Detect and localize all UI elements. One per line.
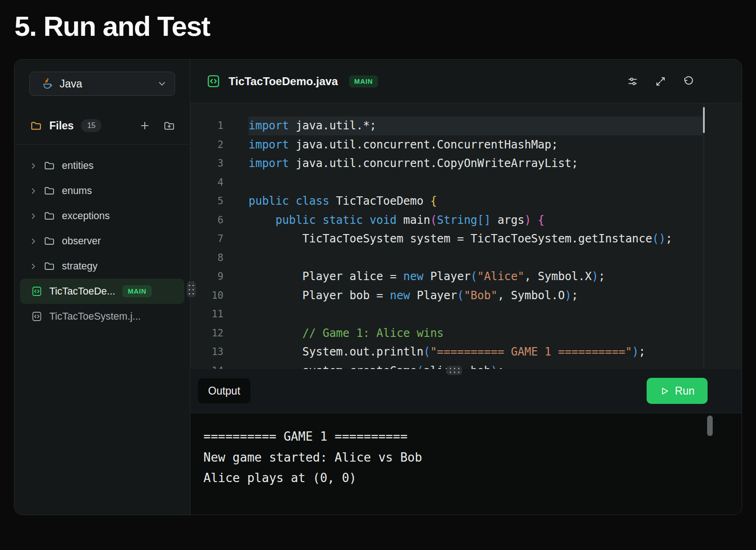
play-icon bbox=[660, 386, 669, 396]
console-line: Alice plays at (0, 0) bbox=[203, 468, 704, 489]
code-line: 11 bbox=[190, 305, 742, 324]
tree-folder-item[interactable]: exceptions bbox=[14, 203, 190, 228]
code-token: Player bbox=[410, 289, 457, 302]
code-token: ) bbox=[565, 289, 571, 302]
code-token: ( bbox=[424, 345, 430, 358]
code-token: system.createGame bbox=[249, 364, 417, 369]
output-console: ========== GAME 1 ==========New game sta… bbox=[190, 413, 742, 515]
code-token: ( bbox=[471, 270, 477, 283]
code-token: , Symbol.O bbox=[498, 289, 565, 302]
chevron-down-icon bbox=[157, 79, 167, 89]
code-text: // Game 1: Alice wins bbox=[249, 324, 702, 343]
code-editor[interactable]: 1 import java.util.*; 2 import java.util… bbox=[190, 103, 742, 369]
code-line: 1 import java.util.*; bbox=[190, 116, 742, 135]
output-tab[interactable]: Output bbox=[198, 378, 250, 403]
tree-item-label: TicTacToeSystem.j... bbox=[49, 311, 141, 322]
code-token: Player alice = bbox=[249, 270, 403, 283]
tree-item-label: TicTacToeDe... bbox=[49, 286, 115, 297]
line-number: 12 bbox=[190, 324, 223, 343]
code-token: [] bbox=[477, 214, 491, 227]
code-text bbox=[249, 173, 702, 192]
language-select-value: Java bbox=[60, 78, 82, 90]
chevron-right-icon bbox=[29, 237, 37, 245]
code-token: import bbox=[249, 138, 289, 151]
console-line: New game started: Alice vs Bob bbox=[203, 447, 704, 468]
code-line: 12 // Game 1: Alice wins bbox=[190, 324, 742, 343]
code-line: 14 system.createGame(alice, bob); bbox=[190, 362, 742, 369]
code-token: "========== GAME 1 ==========" bbox=[430, 345, 632, 358]
console-resize-handle[interactable] bbox=[446, 366, 462, 375]
line-number: 3 bbox=[190, 154, 223, 173]
line-number: 8 bbox=[190, 248, 223, 268]
code-text: Player alice = new Player("Alice", Symbo… bbox=[249, 267, 702, 286]
add-file-button[interactable] bbox=[139, 120, 150, 131]
main-badge: MAIN bbox=[122, 285, 151, 297]
tree-file-item[interactable]: TicTacToeSystem.j... bbox=[20, 304, 184, 329]
code-token: java.util.*; bbox=[289, 119, 377, 132]
code-line: 9 Player alice = new Player("Alice", Sym… bbox=[190, 267, 742, 286]
code-token: ) bbox=[632, 345, 639, 358]
code-token: TicTacToeDemo bbox=[329, 195, 430, 208]
tree-folder-item[interactable]: enums bbox=[14, 178, 190, 203]
code-line: 3 import java.util.concurrent.CopyOnWrit… bbox=[190, 154, 742, 173]
line-number: 6 bbox=[190, 211, 223, 230]
tree-folder-item[interactable]: entities bbox=[14, 153, 190, 178]
line-number: 14 bbox=[190, 362, 223, 369]
code-token: { bbox=[430, 195, 437, 208]
files-header: Files 15 bbox=[30, 119, 175, 132]
tree-folder-item[interactable]: observer bbox=[14, 228, 190, 254]
code-token: new bbox=[390, 289, 410, 302]
code-text: System.out.println("========== GAME 1 ==… bbox=[249, 342, 702, 362]
reset-button[interactable] bbox=[683, 76, 694, 87]
code-lines: 1 import java.util.*; 2 import java.util… bbox=[190, 116, 742, 369]
code-token: ) bbox=[592, 270, 598, 283]
code-token: TicTacToeSystem system = TicTacToeSystem… bbox=[249, 232, 652, 245]
code-token: ; bbox=[666, 232, 672, 245]
java-logo-icon bbox=[41, 78, 54, 90]
line-number: 13 bbox=[190, 342, 223, 362]
code-token: String bbox=[437, 214, 478, 227]
code-token: ( bbox=[417, 364, 423, 369]
file-code-icon bbox=[31, 286, 42, 297]
code-line: 10 Player bob = new Player("Bob", Symbol… bbox=[190, 286, 742, 305]
code-token: main bbox=[397, 214, 430, 227]
ide-panel: Java Files 15 entities bbox=[14, 59, 742, 515]
editor-scrollbar-thumb[interactable] bbox=[703, 107, 705, 133]
code-line: 6 public static void main(String[] args)… bbox=[190, 211, 742, 230]
editor-scrollbar-track bbox=[703, 103, 704, 369]
tree-file-item[interactable]: TicTacToeDe... MAIN bbox=[20, 279, 184, 304]
console-line: ========== GAME 1 ========== bbox=[203, 426, 704, 447]
code-text bbox=[249, 248, 702, 268]
language-select[interactable]: Java bbox=[29, 72, 175, 96]
code-line: 7 TicTacToeSystem system = TicTacToeSyst… bbox=[190, 229, 742, 248]
code-line: 13 System.out.println("========== GAME 1… bbox=[190, 342, 742, 362]
divider bbox=[14, 144, 190, 145]
settings-sliders-button[interactable] bbox=[627, 76, 638, 87]
expand-button[interactable] bbox=[655, 76, 666, 87]
line-number: 4 bbox=[190, 173, 223, 192]
sidebar-resize-handle[interactable] bbox=[187, 282, 196, 297]
code-token: new bbox=[403, 270, 423, 283]
code-text: public static void main(String[] args) { bbox=[249, 211, 702, 230]
code-token: System.out.println bbox=[249, 345, 424, 358]
code-text: Player bob = new Player("Bob", Symbol.O)… bbox=[249, 286, 702, 305]
code-token: , Symbol.X bbox=[524, 270, 592, 283]
console-scrollbar-thumb[interactable] bbox=[707, 416, 713, 436]
run-button[interactable]: Run bbox=[647, 378, 708, 404]
tree-folder-item[interactable]: strategy bbox=[14, 254, 190, 279]
code-token: Player bbox=[424, 270, 471, 283]
sidebar: Java Files 15 entities bbox=[14, 60, 190, 515]
add-folder-button[interactable] bbox=[163, 120, 175, 132]
file-code-icon bbox=[31, 311, 42, 322]
code-token: ( bbox=[430, 214, 437, 227]
code-token: "Bob" bbox=[464, 289, 497, 302]
code-line: 5 public class TicTacToeDemo { bbox=[190, 192, 742, 211]
line-number: 11 bbox=[190, 305, 223, 324]
files-title: Files bbox=[49, 120, 74, 132]
code-token: public static void bbox=[276, 214, 397, 227]
code-text: import java.util.*; bbox=[249, 116, 702, 135]
code-line: 8 bbox=[190, 248, 742, 268]
code-text: TicTacToeSystem system = TicTacToeSystem… bbox=[249, 229, 702, 248]
tree-item-label: enums bbox=[62, 185, 92, 197]
editor-header: TicTacToeDemo.java MAIN bbox=[190, 60, 742, 103]
